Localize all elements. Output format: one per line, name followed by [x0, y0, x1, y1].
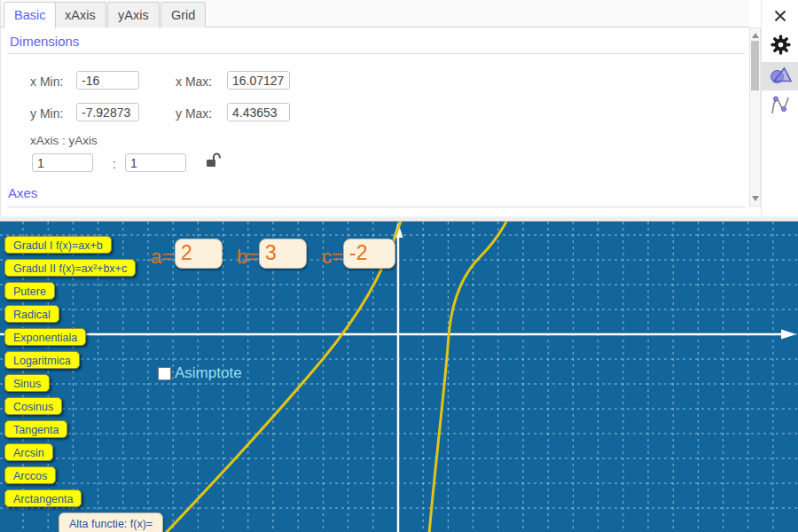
close-icon — [773, 9, 787, 27]
button-sinus[interactable]: Sinus — [4, 374, 50, 392]
button-alta-functie[interactable]: Alta functie: f(x)= — [59, 512, 163, 532]
ratio-x-input[interactable] — [32, 153, 93, 172]
button-logaritmica[interactable]: Logaritmica — [4, 351, 80, 369]
ratio-y-input[interactable] — [125, 153, 186, 172]
param-a-input[interactable]: 2 — [175, 239, 223, 269]
tab-basic[interactable]: Basic — [4, 2, 56, 28]
axes-section-title[interactable]: Axes — [8, 185, 37, 200]
param-b-input[interactable]: 3 — [259, 239, 307, 269]
panel-scrollbar[interactable] — [749, 27, 761, 207]
geometry-tools-button[interactable] — [762, 62, 798, 90]
section-divider — [8, 53, 745, 54]
settings-panel-region: Basic xAxis yAxis Grid Dimensions x Min:… — [0, 0, 798, 222]
right-icon-sidebar — [761, 0, 798, 216]
y-min-input[interactable] — [76, 103, 139, 121]
tab-yaxis[interactable]: yAxis — [107, 2, 160, 27]
settings-panel: Basic xAxis yAxis Grid Dimensions x Min:… — [0, 0, 749, 216]
button-gradul-2[interactable]: Gradul II f(x)=ax²+bx+c — [4, 259, 136, 277]
scrollbar-down-arrow[interactable] — [752, 196, 759, 201]
param-a-label: a= — [151, 246, 173, 269]
gear-icon — [771, 35, 791, 59]
y-max-input[interactable] — [227, 103, 290, 121]
function-button-column: Gradul I f(x)=ax+b Gradul II f(x)=ax²+bx… — [4, 236, 136, 507]
function-graph-button[interactable] — [762, 92, 798, 121]
x-min-input[interactable] — [76, 71, 139, 90]
y-min-label: y Min: — [30, 106, 63, 121]
button-arcsin[interactable]: Arcsin — [4, 443, 53, 461]
x-min-label: x Min: — [30, 74, 63, 89]
axis-ratio-label: xAxis : yAxis — [30, 134, 98, 147]
button-arccos[interactable]: Arccos — [4, 466, 56, 484]
close-button[interactable] — [762, 4, 798, 32]
asimptote-label: Asimptote — [175, 364, 242, 382]
button-exponentiala[interactable]: Exponentiala — [4, 328, 86, 346]
lock-ratio-icon[interactable] — [203, 151, 223, 174]
asimptote-checkbox-group[interactable]: Asimptote — [158, 364, 242, 382]
button-radical[interactable]: Radical — [4, 305, 59, 323]
button-gradul-1[interactable]: Gradul I f(x)=ax+b — [4, 236, 112, 254]
button-arctangenta[interactable]: Arctangenta — [4, 489, 82, 507]
tab-xaxis[interactable]: xAxis — [54, 2, 106, 27]
button-cosinus[interactable]: Cosinus — [4, 397, 62, 415]
graphics-view[interactable]: Gradul I f(x)=ax+b Gradul II f(x)=ax²+bx… — [0, 222, 798, 532]
param-c-input[interactable]: -2 — [343, 239, 395, 269]
settings-button[interactable] — [762, 32, 798, 60]
x-max-input[interactable] — [227, 71, 290, 90]
ratio-colon: : — [113, 157, 116, 171]
param-b-label: b= — [237, 246, 259, 269]
asimptote-checkbox[interactable] — [158, 367, 171, 380]
dimensions-section-title[interactable]: Dimensions — [10, 34, 79, 49]
function-curve-right-branch[interactable] — [429, 222, 508, 532]
x-max-label: x Max: — [176, 74, 212, 89]
param-c-label: c= — [322, 246, 343, 269]
scrollbar-up-arrow[interactable] — [752, 33, 759, 38]
function-curve-icon — [769, 92, 792, 121]
scrollbar-thumb[interactable] — [751, 41, 759, 90]
button-tangenta[interactable]: Tangenta — [4, 420, 67, 438]
button-putere[interactable]: Putere — [4, 282, 55, 300]
geogebra-app: Basic xAxis yAxis Grid Dimensions x Min:… — [0, 0, 798, 532]
y-max-label: y Max: — [176, 106, 212, 121]
settings-tabbar: Basic xAxis yAxis Grid — [1, 0, 749, 27]
section-divider — [8, 207, 745, 207]
tab-grid[interactable]: Grid — [160, 2, 206, 27]
geometry-icon — [769, 64, 793, 89]
